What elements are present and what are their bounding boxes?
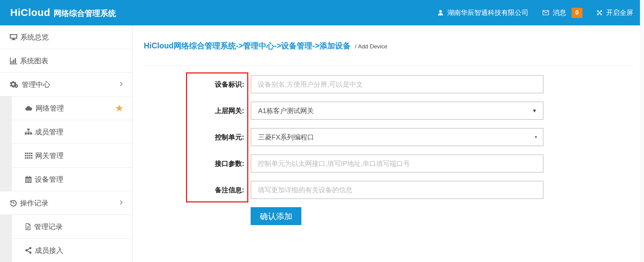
- messages-label: 消息: [553, 8, 566, 17]
- envelope-icon: [542, 9, 550, 16]
- calendar-icon: [24, 175, 32, 183]
- logo-brand: HiCloud: [10, 7, 50, 18]
- remark-label: 备注信息:: [143, 181, 251, 199]
- form-row-device-name: 设备标识:: [143, 75, 633, 93]
- sidebar-item-label: 成员管理: [35, 127, 63, 137]
- company-name: 湖南华辰智通科技有限公司: [447, 8, 528, 17]
- fullscreen-expand-icon: [596, 9, 603, 16]
- scrollbar-track[interactable]: [640, 0, 644, 262]
- desktop-icon: [9, 33, 18, 41]
- sidebar-item-label: 系统总览: [20, 32, 49, 42]
- document-icon: [24, 223, 32, 231]
- cloud-icon: [24, 104, 33, 112]
- chevron-right-icon: [118, 81, 124, 89]
- sidebar-item-member-access[interactable]: 成员接入: [0, 239, 132, 262]
- app-logo[interactable]: HiCloud 网络综合管理系统: [10, 7, 116, 19]
- sidebar-item-label: 管理中心: [22, 80, 50, 89]
- sidebar-item-operation-log[interactable]: 操作记录: [0, 191, 132, 215]
- history-icon: [9, 199, 18, 207]
- fullscreen-button[interactable]: 开启全屏: [596, 8, 633, 17]
- sidebar-item-admin-center[interactable]: 管理中心: [0, 73, 132, 96]
- sidebar-item-system-charts[interactable]: 系统图表: [0, 49, 132, 73]
- logo-subtitle: 网络综合管理系统: [53, 8, 116, 19]
- upper-gateway-select[interactable]: A1栋客户测试网关▼: [251, 102, 544, 120]
- sitemap-icon: [24, 128, 32, 136]
- upper-gateway-label: 上层网关:: [143, 102, 251, 120]
- control-unit-select[interactable]: 三菱FX系列编程口▼: [251, 128, 544, 146]
- breadcrumb-suffix: / Add Device: [355, 43, 387, 50]
- favorite-star-icon[interactable]: ★: [115, 104, 123, 113]
- sidebar-item-system-overview[interactable]: 系统总览: [0, 25, 132, 49]
- breadcrumb-path: HiCloud网络综合管理系统->管理中心->设备管理->添加设备: [144, 41, 350, 50]
- device-name-input[interactable]: [251, 75, 544, 93]
- interface-params-input[interactable]: [251, 154, 544, 173]
- sidebar-item-label: 系统图表: [20, 56, 48, 66]
- control-unit-selected-value: 三菱FX系列编程口: [258, 133, 314, 142]
- remark-input[interactable]: [251, 181, 544, 199]
- sidebar-nav: 系统总览系统图表管理中心网络管理★成员管理网关管理设备管理操作记录管理记录成员接…: [0, 25, 133, 262]
- bar-chart-icon: [9, 57, 18, 65]
- interface-params-label: 接口参数:: [143, 154, 251, 173]
- dropdown-arrow-icon: ▼: [534, 135, 537, 139]
- sidebar-item-network-mgmt[interactable]: 网络管理★: [0, 96, 132, 120]
- top-header: HiCloud 网络综合管理系统 湖南华辰智通科技有限公司 消息 0 开启全屏: [0, 0, 640, 25]
- breadcrumb: HiCloud网络综合管理系统->管理中心->设备管理->添加设备 / Add …: [143, 25, 633, 66]
- sidebar-item-label: 成员接入: [35, 246, 63, 255]
- sidebar-item-admin-log[interactable]: 管理记录: [0, 215, 132, 239]
- sidebar-item-label: 管理记录: [34, 222, 63, 232]
- sidebar-item-label: 网关管理: [35, 151, 64, 160]
- sidebar-item-device-mgmt[interactable]: 设备管理: [0, 168, 132, 191]
- grid-icon: [24, 152, 33, 159]
- gears-icon: [9, 80, 19, 89]
- fullscreen-label: 开启全屏: [606, 8, 633, 17]
- form-row-control-unit: 控制单元:三菱FX系列编程口▼: [143, 128, 633, 146]
- sidebar-item-gateway-mgmt[interactable]: 网关管理: [0, 144, 132, 168]
- form-row-remark: 备注信息:: [143, 181, 633, 199]
- sidebar-item-member-mgmt[interactable]: 成员管理: [0, 120, 132, 144]
- sidebar-item-label: 操作记录: [20, 198, 48, 208]
- upper-gateway-selected-value: A1栋客户测试网关: [258, 106, 314, 115]
- sidebar-item-label: 设备管理: [35, 175, 63, 184]
- share-icon: [24, 246, 32, 254]
- control-unit-label: 控制单元:: [143, 128, 251, 146]
- user-icon: [437, 9, 444, 16]
- sidebar-item-label: 网络管理: [36, 104, 64, 113]
- device-name-label: 设备标识:: [143, 75, 251, 93]
- account-menu[interactable]: 湖南华辰智通科技有限公司: [437, 8, 528, 17]
- form-row-upper-gateway: 上层网关:A1栋客户测试网关▼: [143, 102, 633, 120]
- messages-button[interactable]: 消息 0: [542, 8, 582, 18]
- chevron-right-icon: [118, 199, 124, 207]
- message-count-badge: 0: [572, 8, 582, 18]
- form-row-interface-params: 接口参数:: [143, 154, 633, 173]
- confirm-add-button[interactable]: 确认添加: [251, 207, 301, 225]
- dropdown-arrow-icon: ▼: [532, 108, 537, 113]
- main-content: HiCloud网络综合管理系统->管理中心->设备管理->添加设备 / Add …: [133, 25, 640, 262]
- add-device-form: 设备标识:上层网关:A1栋客户测试网关▼控制单元:三菱FX系列编程口▼接口参数:…: [143, 75, 633, 225]
- header-actions: 湖南华辰智通科技有限公司 消息 0 开启全屏: [437, 8, 633, 18]
